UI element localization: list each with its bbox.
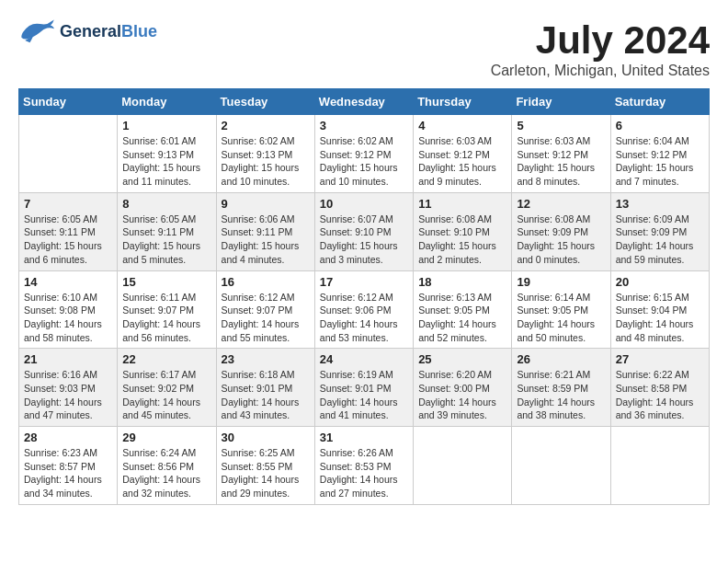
day-info: Sunrise: 6:26 AMSunset: 8:53 PMDaylight:…: [320, 446, 408, 500]
day-info: Sunrise: 6:20 AMSunset: 9:00 PMDaylight:…: [418, 368, 506, 422]
calendar-cell: 16Sunrise: 6:12 AMSunset: 9:07 PMDayligh…: [216, 270, 314, 349]
day-number: 12: [517, 197, 605, 211]
calendar-cell: [512, 427, 610, 505]
day-number: 17: [320, 275, 408, 289]
weekday-header-thursday: Thursday: [414, 89, 512, 115]
calendar-cell: 31Sunrise: 6:26 AMSunset: 8:53 PMDayligh…: [314, 427, 413, 505]
calendar-cell: 17Sunrise: 6:12 AMSunset: 9:06 PMDayligh…: [314, 270, 413, 349]
calendar-week-row: 14Sunrise: 6:10 AMSunset: 9:08 PMDayligh…: [19, 270, 710, 349]
day-info: Sunrise: 6:17 AMSunset: 9:02 PMDaylight:…: [122, 368, 210, 422]
page-header: GeneralBlue July 2024 Carleton, Michigan…: [18, 18, 710, 79]
day-info: Sunrise: 6:13 AMSunset: 9:05 PMDaylight:…: [418, 291, 506, 345]
day-info: Sunrise: 6:09 AMSunset: 9:09 PMDaylight:…: [616, 213, 704, 267]
day-number: 9: [222, 197, 310, 211]
day-number: 14: [24, 275, 112, 289]
day-number: 16: [222, 275, 310, 289]
calendar-table: SundayMondayTuesdayWednesdayThursdayFrid…: [18, 88, 710, 505]
calendar-cell: 2Sunrise: 6:02 AMSunset: 9:13 PMDaylight…: [216, 115, 314, 193]
calendar-cell: 8Sunrise: 6:05 AMSunset: 9:11 PMDaylight…: [118, 192, 216, 270]
calendar-week-row: 21Sunrise: 6:16 AMSunset: 9:03 PMDayligh…: [19, 349, 710, 427]
day-number: 29: [122, 431, 210, 444]
calendar-cell: 1Sunrise: 6:01 AMSunset: 9:13 PMDaylight…: [118, 115, 216, 193]
calendar-week-row: 7Sunrise: 6:05 AMSunset: 9:11 PMDaylight…: [19, 192, 710, 270]
calendar-cell: 9Sunrise: 6:06 AMSunset: 9:11 PMDaylight…: [216, 192, 314, 270]
day-number: 24: [320, 352, 408, 366]
day-number: 8: [122, 197, 210, 211]
day-info: Sunrise: 6:08 AMSunset: 9:10 PMDaylight:…: [418, 213, 506, 267]
calendar-cell: 20Sunrise: 6:15 AMSunset: 9:04 PMDayligh…: [610, 270, 709, 349]
day-info: Sunrise: 6:03 AMSunset: 9:12 PMDaylight:…: [517, 134, 605, 189]
calendar-week-row: 28Sunrise: 6:23 AMSunset: 8:57 PMDayligh…: [19, 427, 710, 505]
calendar-cell: 22Sunrise: 6:17 AMSunset: 9:02 PMDayligh…: [118, 349, 216, 427]
location-title: Carleton, Michigan, United States: [491, 63, 710, 79]
day-number: 23: [222, 352, 310, 366]
calendar-cell: 12Sunrise: 6:08 AMSunset: 9:09 PMDayligh…: [512, 192, 610, 270]
calendar-cell: [19, 115, 118, 193]
weekday-header-tuesday: Tuesday: [216, 89, 314, 115]
weekday-header-saturday: Saturday: [610, 89, 709, 115]
weekday-header-wednesday: Wednesday: [314, 89, 413, 115]
day-number: 28: [24, 431, 112, 444]
calendar-cell: 3Sunrise: 6:02 AMSunset: 9:12 PMDaylight…: [314, 115, 413, 193]
day-number: 22: [122, 352, 210, 366]
day-number: 2: [222, 119, 310, 132]
calendar-cell: 11Sunrise: 6:08 AMSunset: 9:10 PMDayligh…: [414, 192, 512, 270]
calendar-cell: 5Sunrise: 6:03 AMSunset: 9:12 PMDaylight…: [512, 115, 610, 193]
day-info: Sunrise: 6:05 AMSunset: 9:11 PMDaylight:…: [122, 213, 210, 267]
day-number: 15: [122, 275, 210, 289]
calendar-cell: 27Sunrise: 6:22 AMSunset: 8:58 PMDayligh…: [610, 349, 709, 427]
day-info: Sunrise: 6:16 AMSunset: 9:03 PMDaylight:…: [24, 368, 112, 422]
day-info: Sunrise: 6:25 AMSunset: 8:55 PMDaylight:…: [222, 446, 310, 500]
day-number: 27: [616, 352, 704, 366]
day-number: 25: [418, 352, 506, 366]
day-info: Sunrise: 6:03 AMSunset: 9:12 PMDaylight:…: [418, 134, 506, 189]
day-info: Sunrise: 6:02 AMSunset: 9:13 PMDaylight:…: [222, 134, 310, 189]
day-info: Sunrise: 6:12 AMSunset: 9:06 PMDaylight:…: [320, 291, 408, 345]
day-info: Sunrise: 6:10 AMSunset: 9:08 PMDaylight:…: [24, 291, 112, 345]
day-info: Sunrise: 6:08 AMSunset: 9:09 PMDaylight:…: [517, 213, 605, 267]
day-number: 18: [418, 275, 506, 289]
day-info: Sunrise: 6:23 AMSunset: 8:57 PMDaylight:…: [24, 446, 112, 500]
day-number: 5: [517, 119, 605, 132]
weekday-header-sunday: Sunday: [19, 89, 118, 115]
logo: GeneralBlue: [18, 18, 157, 46]
day-number: 6: [616, 119, 704, 132]
day-info: Sunrise: 6:21 AMSunset: 8:59 PMDaylight:…: [517, 368, 605, 422]
logo-text-container: GeneralBlue: [60, 23, 157, 41]
day-info: Sunrise: 6:14 AMSunset: 9:05 PMDaylight:…: [517, 291, 605, 345]
calendar-cell: [414, 427, 512, 505]
calendar-cell: [610, 427, 709, 505]
day-info: Sunrise: 6:12 AMSunset: 9:07 PMDaylight:…: [222, 291, 310, 345]
day-info: Sunrise: 6:11 AMSunset: 9:07 PMDaylight:…: [122, 291, 210, 345]
calendar-cell: 7Sunrise: 6:05 AMSunset: 9:11 PMDaylight…: [19, 192, 118, 270]
day-number: 21: [24, 352, 112, 366]
day-info: Sunrise: 6:24 AMSunset: 8:56 PMDaylight:…: [122, 446, 210, 500]
calendar-cell: 19Sunrise: 6:14 AMSunset: 9:05 PMDayligh…: [512, 270, 610, 349]
day-number: 13: [616, 197, 704, 211]
calendar-cell: 6Sunrise: 6:04 AMSunset: 9:12 PMDaylight…: [610, 115, 709, 193]
day-number: 26: [517, 352, 605, 366]
day-number: 30: [222, 431, 310, 444]
calendar-cell: 30Sunrise: 6:25 AMSunset: 8:55 PMDayligh…: [216, 427, 314, 505]
day-number: 20: [616, 275, 704, 289]
title-section: July 2024 Carleton, Michigan, United Sta…: [491, 18, 710, 79]
day-number: 19: [517, 275, 605, 289]
day-number: 1: [122, 119, 210, 132]
calendar-cell: 4Sunrise: 6:03 AMSunset: 9:12 PMDaylight…: [414, 115, 512, 193]
weekday-header-monday: Monday: [118, 89, 216, 115]
logo-text: GeneralBlue: [60, 23, 157, 41]
day-info: Sunrise: 6:15 AMSunset: 9:04 PMDaylight:…: [616, 291, 704, 345]
day-info: Sunrise: 6:01 AMSunset: 9:13 PMDaylight:…: [122, 134, 210, 189]
calendar-cell: 14Sunrise: 6:10 AMSunset: 9:08 PMDayligh…: [19, 270, 118, 349]
day-number: 4: [418, 119, 506, 132]
day-info: Sunrise: 6:22 AMSunset: 8:58 PMDaylight:…: [616, 368, 704, 422]
day-info: Sunrise: 6:18 AMSunset: 9:01 PMDaylight:…: [222, 368, 310, 422]
day-number: 10: [320, 197, 408, 211]
weekday-header-friday: Friday: [512, 89, 610, 115]
day-info: Sunrise: 6:04 AMSunset: 9:12 PMDaylight:…: [616, 134, 704, 189]
calendar-cell: 13Sunrise: 6:09 AMSunset: 9:09 PMDayligh…: [610, 192, 709, 270]
calendar-cell: 26Sunrise: 6:21 AMSunset: 8:59 PMDayligh…: [512, 349, 610, 427]
calendar-cell: 10Sunrise: 6:07 AMSunset: 9:10 PMDayligh…: [314, 192, 413, 270]
day-number: 3: [320, 119, 408, 132]
calendar-cell: 21Sunrise: 6:16 AMSunset: 9:03 PMDayligh…: [19, 349, 118, 427]
